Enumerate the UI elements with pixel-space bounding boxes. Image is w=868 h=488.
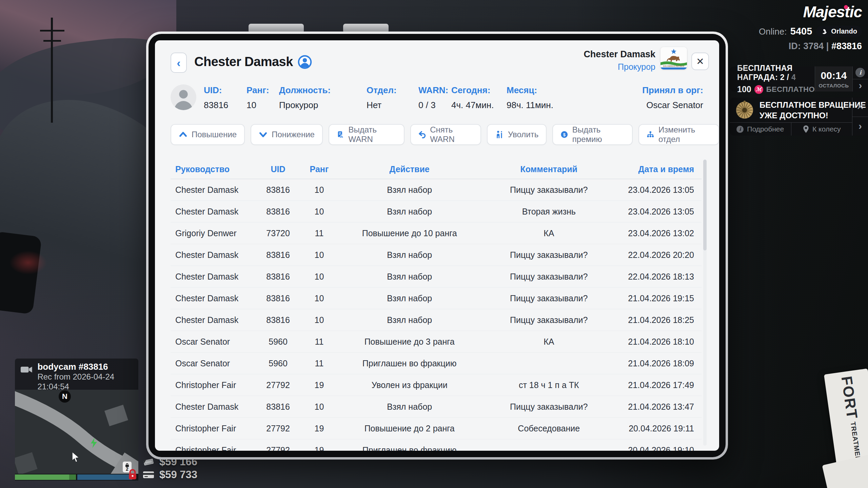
san-andreas-flag-icon: SAN ANDREAS REPUBLIC [660, 47, 687, 69]
table-cell: 11 [303, 222, 335, 244]
field-warn: WARN: 0 / 3 [418, 85, 448, 110]
field-value: Oscar Senator [642, 100, 703, 110]
road-sign-line1: FORT [838, 375, 861, 420]
table-cell: 5960 [253, 331, 303, 352]
log-table-body: Chester Damask8381610Взял наборПиццу зак… [171, 179, 702, 451]
bodycam-text: bodycam #83816 Rec from 2026-04-24 21:04… [37, 362, 138, 390]
player-id: ID: 3784 | [789, 41, 829, 51]
reward-amount-row: 100 ℳ БЕСПЛАТНО [737, 84, 815, 94]
reward-amount: 100 [737, 84, 751, 94]
person-verified-icon [298, 55, 312, 69]
bank-card-icon [142, 470, 155, 479]
table-cell: Chester Damask [171, 287, 253, 309]
field-label: Ранг: [246, 85, 269, 96]
field-today: Сегодня: 4ч. 47мин. [451, 85, 494, 110]
give-bonus-button[interactable]: $ Выдать премию [552, 124, 633, 145]
spin-details-label: Подробнее [747, 125, 784, 133]
table-cell: Chester Damask [171, 179, 253, 201]
video-camera-icon [20, 365, 33, 375]
table-cell: 10 [303, 396, 335, 418]
table-cell: 22.04.2026 20:20 [614, 244, 702, 266]
table-cell: Пиццу заказывали? [484, 244, 614, 266]
field-month: Месяц: 98ч. 11мин. [507, 85, 553, 110]
table-cell: КА [484, 222, 614, 244]
reward-expand-button[interactable]: › [853, 79, 868, 92]
change-department-button[interactable]: Изменить отдел [638, 124, 719, 145]
fire-button[interactable]: Уволить [487, 124, 547, 145]
svg-text:$: $ [563, 133, 566, 137]
reward-free-label: БЕСПЛАТНО [766, 85, 815, 94]
table-cell: 21.04.2026 18:25 [614, 309, 702, 331]
timer-caption: ОСТАЛОСЬ [818, 83, 849, 88]
field-value: 98ч. 11мин. [507, 100, 553, 110]
member-name: Chester Damask [584, 49, 655, 60]
table-cell: 20.04.2026 19:10 [614, 439, 702, 451]
field-label: Сегодня: [451, 85, 494, 96]
table-cell: Chester Damask [171, 309, 253, 331]
close-button[interactable]: ✕ [691, 53, 709, 70]
action-log-table: РуководствоUIDРангДействиеКомментарийДат… [171, 160, 702, 451]
reward-title-total: 4 [791, 73, 796, 82]
table-cell: 10 [303, 309, 335, 331]
table-cell: Chester Damask [171, 266, 253, 287]
spin-goto-wheel-button[interactable]: К колесу [791, 123, 853, 136]
table-cell: Christopher Fair [171, 439, 253, 451]
column-header: Дата и время [614, 160, 702, 179]
table-cell: 10 [303, 287, 335, 309]
remove-warn-button[interactable]: Снять WARN [410, 124, 481, 145]
field-value: Прокурор [279, 100, 331, 110]
armor-bar [77, 474, 132, 480]
table-cell [484, 439, 614, 451]
table-cell: Приглашен во фракцию [335, 439, 484, 451]
spin-details-button[interactable]: i Подробнее [730, 123, 791, 136]
server-badge: Orlando [816, 26, 862, 37]
table-cell: Пиццу заказывали? [484, 179, 614, 201]
reward-info: БЕСПЛАТНАЯ НАГРАДА: 2 / 4 100 ℳ БЕСПЛАТН… [730, 66, 815, 92]
table-cell: 21.04.2026 19:15 [614, 287, 702, 309]
table-cell: Пиццу заказывали? [484, 266, 614, 287]
field-value: 4ч. 47мин. [451, 100, 494, 110]
member-role: Прокурор [584, 62, 655, 72]
column-header: Руководство [171, 160, 253, 179]
table-cell: Взял набор [335, 201, 484, 222]
table-cell: Взял набор [335, 396, 484, 418]
reward-title: БЕСПЛАТНАЯ НАГРАДА: 2 / 4 [737, 64, 815, 82]
table-cell: 5960 [253, 352, 303, 374]
promote-button[interactable]: Повышение [171, 124, 245, 145]
table-cell: 11 [303, 352, 335, 374]
free-reward-banner: БЕСПЛАТНАЯ НАГРАДА: 2 / 4 100 ℳ БЕСПЛАТН… [730, 66, 868, 92]
table-cell: Приглашен во фракцию [335, 352, 484, 374]
person-fire-icon [495, 130, 504, 139]
table-cell: 83816 [253, 179, 303, 201]
chevron-right-icon: › [859, 121, 862, 131]
give-warn-button[interactable]: Выдать WARN [329, 124, 405, 145]
field-recruiter: Принял в орг: Oscar Senator [642, 85, 703, 110]
table-cell: Пиццу заказывали? [484, 396, 614, 418]
table-cell: 22.04.2026 18:13 [614, 266, 702, 287]
scrollbar-thumb[interactable] [703, 160, 707, 250]
bodycam-rec-line: Rec from 2026-04-24 21:04:54 [37, 372, 138, 391]
field-rank: Ранг: 10 [246, 85, 269, 110]
spin-close-button[interactable]: ✕ [852, 98, 868, 117]
hud-top-right: Majestic Online: 5405 Orlando ID: 3784 |… [759, 3, 862, 52]
demote-button[interactable]: Понижение [251, 124, 323, 145]
table-scrollbar[interactable] [703, 160, 707, 446]
table-cell: 10 [303, 244, 335, 266]
fortune-wheel-icon [735, 101, 754, 120]
avatar [171, 84, 196, 110]
table-cell: Взял набор [335, 309, 484, 331]
tablet-device: ‹ Chester Damask Chester Damask Прокурор [146, 32, 728, 460]
character-id: #83816 [831, 41, 862, 51]
table-cell: Взял набор [335, 244, 484, 266]
action-buttons: Повышение Понижение [171, 124, 719, 145]
table-cell: 83816 [253, 266, 303, 287]
action-label: Выдать WARN [348, 125, 396, 144]
back-button[interactable]: ‹ [171, 53, 187, 73]
spin-expand-button[interactable]: › [852, 117, 868, 136]
spin-actions: i Подробнее К колесу [730, 122, 852, 136]
table-cell: 21.04.2026 18:09 [614, 352, 702, 374]
table-cell: Пиццу заказывали? [484, 309, 614, 331]
reward-info-button[interactable]: i [853, 66, 868, 79]
online-value: 5405 [790, 26, 812, 37]
table-row: Christopher Fair2779219Уволен из фракции… [171, 374, 702, 396]
